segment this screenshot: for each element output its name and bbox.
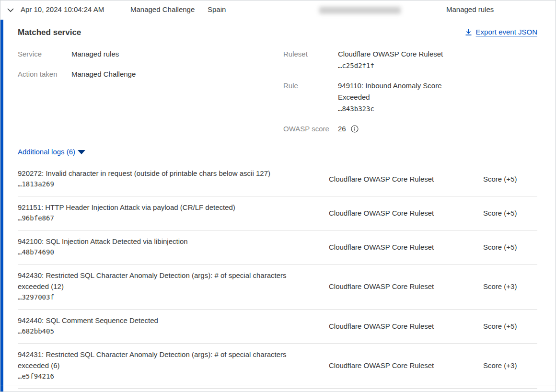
rule-label: Rule (283, 80, 338, 115)
log-ruleset-name: Cloudflare OWASP Core Ruleset (324, 236, 462, 258)
download-icon (465, 28, 472, 36)
additional-logs-toggle[interactable]: Additional logs (6) (18, 148, 85, 156)
log-score: Score (+5) (462, 236, 537, 258)
ruleset-field: Ruleset Cloudflare OWASP Core Ruleset …c… (283, 48, 453, 71)
log-score: Score (+5) (462, 168, 537, 190)
log-ruleset-name: Cloudflare OWASP Core Ruleset (324, 270, 462, 303)
owasp-score-field: OWASP score 26 (283, 123, 453, 135)
action-taken-label: Action taken (18, 69, 71, 80)
rule-field: Rule 949110: Inbound Anomaly Score Excee… (283, 80, 453, 115)
action-taken-value: Managed Challenge (71, 69, 136, 80)
log-rule-hash: …96bfe867 (18, 213, 324, 224)
log-row: 942100: SQL Injection Attack Detected vi… (18, 231, 537, 265)
log-row: 920272: Invalid character in request (ou… (18, 162, 537, 196)
log-ruleset-name: Cloudflare OWASP Core Ruleset (324, 315, 462, 337)
ruleset-label: Ruleset (283, 48, 338, 71)
log-row: 942440: SQL Comment Sequence Detected …6… (18, 310, 537, 344)
log-ruleset-name: Cloudflare OWASP Core Ruleset (324, 168, 462, 190)
firewall-event-expanded-row: Apr 10, 2024 10:04:24 AM Managed Challen… (0, 0, 556, 392)
log-score: Score (+5) (462, 315, 537, 337)
rule-hash: …843b323c (338, 105, 374, 113)
log-rule-description: 942431: Restricted SQL Character Anomaly… (18, 349, 306, 371)
export-event-json-label: Export event JSON (476, 28, 537, 36)
matched-service-panel: Matched service Export event JSON Servic… (0, 20, 556, 389)
log-rule-hash: …e5f94216 (18, 371, 324, 382)
log-rule-description: 942430: Restricted SQL Character Anomaly… (18, 270, 306, 292)
log-rule-description: 942440: SQL Comment Sequence Detected (18, 315, 306, 326)
export-event-json-link[interactable]: Export event JSON (465, 28, 537, 36)
log-rule-hash: …3297003f (18, 292, 324, 303)
log-score: Score (+5) (462, 202, 537, 224)
action-taken-field: Action taken Managed Challenge (18, 69, 136, 80)
event-detail-fields: Service Managed rules Action taken Manag… (18, 48, 537, 142)
log-ruleset-name: Cloudflare OWASP Core Ruleset (324, 202, 462, 224)
log-row: 921151: HTTP Header Injection Attack via… (18, 196, 537, 231)
owasp-score-label: OWASP score (283, 123, 338, 135)
expanded-row-accent-bar (0, 20, 3, 392)
event-summary-row[interactable]: Apr 10, 2024 10:04:24 AM Managed Challen… (0, 0, 556, 20)
event-service: Managed rules (446, 5, 494, 13)
log-ruleset-name: Cloudflare OWASP Core Ruleset (324, 349, 462, 382)
service-value: Managed rules (71, 48, 119, 60)
ruleset-hash: …c25d2f1f (338, 62, 374, 69)
additional-logs-list: 920272: Invalid character in request (ou… (18, 162, 537, 389)
service-field: Service Managed rules (18, 48, 136, 60)
rule-value: 949110: Inbound Anomaly Score Exceeded (338, 81, 442, 101)
log-rule-hash: …682bb405 (18, 326, 324, 337)
panel-title: Matched service (18, 28, 81, 37)
service-label: Service (18, 48, 71, 60)
event-action: Managed Challenge (130, 5, 195, 13)
ruleset-value: Cloudflare OWASP Core Ruleset (338, 50, 443, 58)
info-icon[interactable] (351, 125, 359, 133)
log-rule-hash: …48b74690 (18, 247, 324, 258)
chevron-down-icon[interactable] (7, 7, 14, 13)
redacted-host-value (319, 7, 401, 14)
log-score: Score (+3) (462, 349, 537, 382)
owasp-score-value: 26 (338, 123, 346, 135)
row-bottom-divider (0, 385, 556, 385)
additional-logs-label: Additional logs (6) (18, 148, 75, 156)
log-rule-description: 921151: HTTP Header Injection Attack via… (18, 202, 306, 213)
log-rule-description: 942100: SQL Injection Attack Detected vi… (18, 236, 306, 247)
log-row: 942430: Restricted SQL Character Anomaly… (18, 265, 537, 310)
log-rule-description: 920272: Invalid character in request (ou… (18, 168, 306, 179)
caret-down-icon (78, 150, 85, 154)
event-country: Spain (208, 5, 226, 13)
event-timestamp: Apr 10, 2024 10:04:24 AM (21, 5, 104, 13)
log-row: 942431: Restricted SQL Character Anomaly… (18, 344, 537, 389)
log-rule-hash: …1813a269 (18, 179, 324, 190)
log-score: Score (+3) (462, 270, 537, 303)
